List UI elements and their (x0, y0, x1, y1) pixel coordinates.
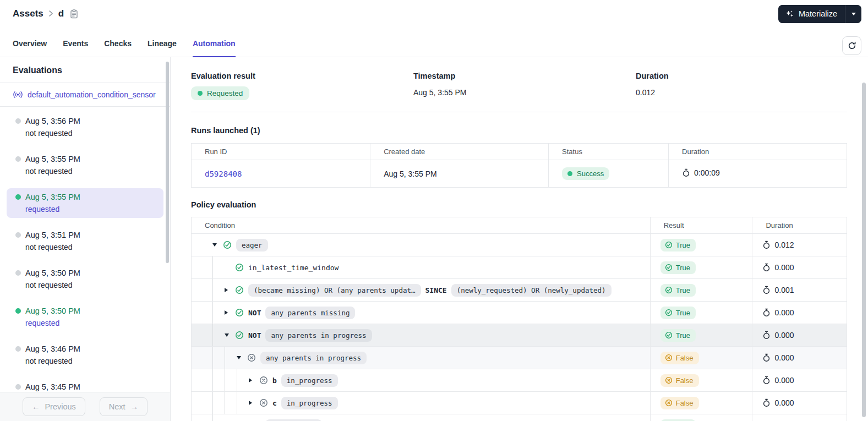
evaluation-list-item[interactable]: Aug 5, 3:50 PMrequested (7, 302, 163, 332)
status-dot-icon (198, 91, 203, 96)
policy-condition-row[interactable]: NOTin_progressTrue0.011 (192, 414, 847, 421)
condition-cell: NOTin_progress (192, 414, 650, 421)
stopwatch-icon (682, 168, 690, 177)
tree-indent-guide (212, 392, 225, 414)
tab-lineage[interactable]: Lineage (148, 39, 177, 57)
materialize-button-group: Materialize (778, 5, 861, 23)
policy-condition-row[interactable]: eagerTrue0.012 (192, 234, 847, 256)
tree-indent-guide (212, 279, 225, 301)
evaluation-list-item[interactable]: Aug 5, 3:50 PMnot requested (7, 264, 163, 294)
evaluation-timestamp: Aug 5, 3:50 PM (25, 267, 80, 279)
condition-keyword: NOT (248, 331, 261, 340)
tab-events[interactable]: Events (63, 39, 88, 57)
tree-indent-guide (212, 369, 225, 391)
requested-badge: Requested (191, 86, 249, 100)
result-badge: True (660, 239, 696, 251)
tree-indent-guide (212, 256, 225, 278)
condition-duration-value: 0.000 (774, 353, 794, 362)
policy-condition-row[interactable]: NOTany parents missingTrue0.000 (192, 302, 847, 324)
evaluation-summary: Evaluation result Requested Timestamp Au… (191, 57, 847, 100)
evaluation-list-item[interactable]: Aug 5, 3:56 PMnot requested (7, 112, 163, 142)
breadcrumb-asset-name: d (58, 8, 64, 19)
evaluation-list-item[interactable]: Aug 5, 3:55 PMnot requested (7, 150, 163, 180)
stopwatch-icon (762, 331, 771, 340)
caret-down-icon[interactable] (237, 356, 241, 359)
result-badge-label: True (676, 331, 690, 340)
policy-condition-row[interactable]: (became missing) OR (any parents updat…S… (192, 279, 847, 302)
sidebar-scrollbar[interactable] (166, 62, 169, 263)
run-id-link[interactable]: d5928408 (205, 170, 242, 178)
condition-pill: eager (236, 239, 268, 251)
caret-right-icon[interactable] (249, 378, 252, 382)
condition-pill: in_progress (281, 397, 338, 409)
evaluation-list-item[interactable]: Aug 5, 3:46 PMnot requested (7, 340, 163, 370)
refresh-button[interactable] (842, 36, 861, 55)
sensor-row: default_automation_condition_sensor (0, 83, 170, 107)
sensor-link[interactable]: default_automation_condition_sensor (28, 90, 156, 99)
x-circle-icon (259, 398, 268, 407)
caret-down-icon[interactable] (212, 243, 217, 247)
tab-automation[interactable]: Automation (193, 39, 236, 57)
materialize-dropdown-button[interactable] (845, 5, 861, 23)
evaluation-status: not requested (25, 165, 155, 177)
evaluation-result-label: Evaluation result (191, 72, 413, 80)
stopwatch-icon (762, 240, 771, 249)
caret-right-icon[interactable] (249, 401, 252, 405)
caret-down-icon[interactable] (225, 333, 229, 337)
policy-condition-row[interactable]: bin_progressFalse0.000 (192, 369, 847, 392)
requested-badge-label: Requested (207, 89, 243, 97)
content-area: Evaluations default_automation_condition… (0, 57, 868, 421)
condition-keyword: c (272, 399, 277, 407)
evaluation-timestamp: Aug 5, 3:45 PM (25, 381, 80, 393)
breadcrumb-assets-link[interactable]: Assets (13, 8, 43, 19)
refresh-icon (848, 41, 856, 50)
condition-duration-value: 0.000 (774, 331, 794, 340)
status-dot-icon (15, 118, 21, 124)
policy-condition-row[interactable]: in_latest_time_windowTrue0.000 (192, 256, 847, 279)
condition-duration: 0.000 (752, 302, 847, 324)
tree-indent-guide (225, 392, 237, 414)
result-badge-label: False (676, 399, 694, 407)
tab-checks[interactable]: Checks (104, 39, 132, 57)
previous-button[interactable]: ← Previous (23, 397, 85, 416)
next-button[interactable]: Next → (100, 397, 148, 416)
evaluation-list-item[interactable]: Aug 5, 3:55 PMrequested (7, 188, 163, 218)
condition-duration-value: 0.000 (774, 398, 794, 407)
stopwatch-icon (762, 376, 771, 385)
status-dot-icon (15, 232, 21, 238)
evaluations-sidebar: Evaluations default_automation_condition… (0, 57, 171, 421)
check-circle-icon (665, 241, 673, 249)
condition-cell: NOTany parents in progress (192, 324, 650, 346)
condition-cell: any parents in progress (192, 347, 650, 369)
copy-icon[interactable] (70, 9, 78, 19)
condition-pill: any parents missing (265, 307, 355, 319)
breadcrumb: Assets d (13, 8, 78, 19)
condition-duration: 0.012 (752, 234, 847, 256)
evaluation-timestamp: Aug 5, 3:55 PM (25, 153, 80, 165)
policy-condition-row[interactable]: NOTany parents in progressTrue0.000 (192, 324, 847, 347)
stopwatch-icon (762, 286, 771, 294)
result-badge: True (660, 329, 696, 342)
result-badge: True (660, 261, 696, 274)
condition-pill: (became missing) OR (any parents updat… (248, 284, 421, 297)
caret-right-icon[interactable] (225, 288, 228, 292)
result-badge-label: True (676, 241, 690, 249)
runs-table: Run IDCreated dateStatusDuration d592840… (191, 143, 847, 188)
condition-duration-value: 0.001 (774, 286, 794, 294)
runs-column-header: Created date (370, 144, 549, 160)
tree-indent-guide (225, 369, 237, 391)
caret-right-icon[interactable] (225, 310, 228, 315)
policy-condition-row[interactable]: any parents in progressFalse0.000 (192, 347, 847, 369)
check-circle-icon (665, 286, 673, 294)
policy-condition-row[interactable]: cin_progressFalse0.000 (192, 392, 847, 414)
materialize-button[interactable]: Materialize (778, 5, 845, 23)
runs-column-header: Status (549, 144, 669, 160)
evaluation-list-item[interactable]: Aug 5, 3:51 PMnot requested (7, 226, 163, 256)
page-scrollbar[interactable] (862, 83, 866, 417)
pagination-footer: ← Previous Next → (0, 392, 170, 421)
runs-column-header: Duration (669, 144, 847, 160)
evaluation-list: Aug 5, 3:56 PMnot requestedAug 5, 3:55 P… (0, 107, 170, 396)
duration-label: Duration (636, 72, 669, 80)
tab-overview[interactable]: Overview (13, 39, 47, 57)
condition-duration: 0.001 (752, 279, 847, 301)
